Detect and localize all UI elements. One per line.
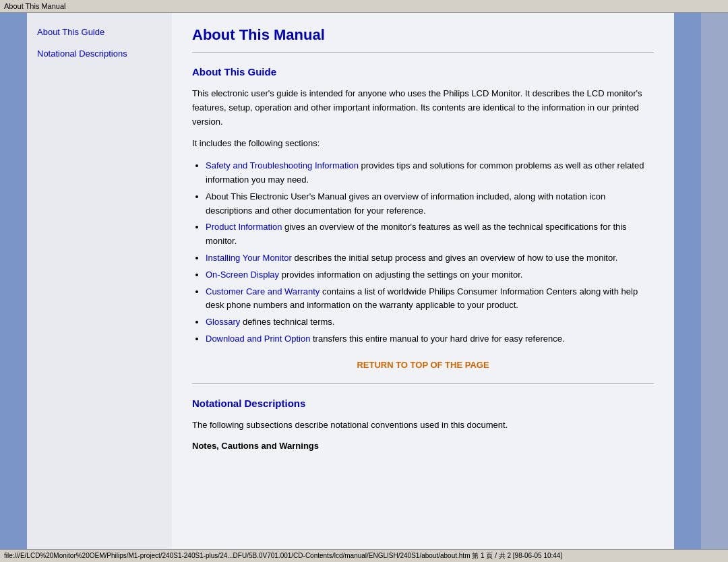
glossary-link[interactable]: Glossary <box>206 317 240 327</box>
status-bar: file:///E/LCD%20Monitor%20OEM/Philips/M1… <box>0 549 728 562</box>
sidebar-link-about-guide[interactable]: About This Guide <box>37 26 165 38</box>
return-to-top: RETURN TO TOP OF THE PAGE <box>192 360 654 370</box>
about-guide-section: About This Guide This electronic user's … <box>192 66 654 346</box>
page-title: About This Manual <box>192 26 654 44</box>
list-item: Glossary defines technical terms. <box>206 315 654 330</box>
title-bar-text: About This Manual <box>4 2 66 10</box>
title-bar: About This Manual <box>0 0 728 13</box>
section-divider <box>192 383 654 384</box>
browser-content: About This Guide Notational Descriptions… <box>0 13 728 552</box>
title-divider <box>192 52 654 53</box>
right-stripe <box>674 13 701 552</box>
list-item: Download and Print Option transfers this… <box>206 332 654 346</box>
product-link[interactable]: Product Information <box>206 222 282 232</box>
list-item: Product Information gives an overview of… <box>206 220 654 249</box>
notes-cautions-title: Notes, Cautions and Warnings <box>192 441 654 451</box>
left-stripe <box>0 13 27 552</box>
list-item: On-Screen Display provides information o… <box>206 268 654 282</box>
main-content: About This Manual About This Guide This … <box>172 13 674 552</box>
sidebar: About This Guide Notational Descriptions <box>27 13 172 552</box>
return-to-top-link[interactable]: RETURN TO TOP OF THE PAGE <box>357 360 489 370</box>
download-link[interactable]: Download and Print Option <box>206 334 310 344</box>
safety-link[interactable]: Safety and Troubleshooting Information <box>206 160 359 170</box>
list-item: Safety and Troubleshooting Information p… <box>206 159 654 187</box>
installing-link[interactable]: Installing Your Monitor <box>206 253 292 263</box>
notational-section: Notational Descriptions The following su… <box>192 398 654 451</box>
list-item: Customer Care and Warranty contains a li… <box>206 285 654 313</box>
bullet-list: Safety and Troubleshooting Information p… <box>206 159 654 346</box>
list-item: Installing Your Monitor describes the in… <box>206 251 654 266</box>
about-guide-paragraph1: This electronic user's guide is intended… <box>192 87 654 129</box>
notational-paragraph1: The following subsections describe notat… <box>192 418 654 433</box>
notational-title: Notational Descriptions <box>192 398 654 409</box>
about-guide-title: About This Guide <box>192 66 654 77</box>
warranty-link[interactable]: Customer Care and Warranty <box>206 286 320 296</box>
status-text: file:///E/LCD%20Monitor%20OEM/Philips/M1… <box>4 552 562 559</box>
far-right-stripe <box>701 13 728 552</box>
osd-link[interactable]: On-Screen Display <box>206 270 279 280</box>
sidebar-link-notational[interactable]: Notational Descriptions <box>37 48 165 60</box>
about-guide-paragraph2: It includes the following sections: <box>192 137 654 151</box>
list-item: About This Electronic User's Manual give… <box>206 190 654 218</box>
